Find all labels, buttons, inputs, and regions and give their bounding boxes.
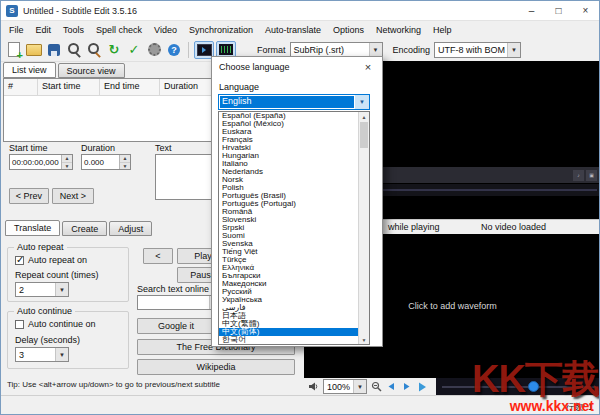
tab-list-view[interactable]: List view: [3, 62, 56, 78]
language-option[interactable]: Hungarian: [219, 152, 358, 160]
menu-item-edit[interactable]: Edit: [30, 21, 58, 38]
fullscreen-icon[interactable]: ▣: [586, 170, 597, 181]
encoding-combo[interactable]: UTF-8 with BOM ▼: [434, 42, 521, 58]
language-option[interactable]: Ελληνικά: [219, 264, 358, 272]
auto-continue-checkbox[interactable]: Auto continue on: [15, 319, 96, 329]
language-option[interactable]: 日本語: [219, 312, 358, 320]
encoding-label: Encoding: [393, 45, 431, 55]
menu-item-synchronization[interactable]: Synchronization: [183, 21, 259, 38]
wikipedia-button[interactable]: Wikipedia: [137, 359, 295, 375]
language-option[interactable]: Українська: [219, 296, 358, 304]
tab-translate[interactable]: Translate: [5, 220, 60, 236]
new-document-icon[interactable]: [5, 41, 23, 59]
language-option[interactable]: 한국어: [219, 336, 358, 344]
language-option[interactable]: Français: [219, 136, 358, 144]
language-option[interactable]: Македонски: [219, 280, 358, 288]
maximize-button[interactable]: □: [545, 1, 572, 20]
prev-button[interactable]: < Prev: [9, 188, 49, 204]
language-option[interactable]: فارسی: [219, 304, 358, 312]
language-option[interactable]: Suomi: [219, 232, 358, 240]
volume-icon[interactable]: [307, 380, 320, 393]
dialog-title-bar: Choose language ×: [212, 57, 382, 77]
step-forward-icon[interactable]: [400, 380, 413, 393]
language-list-scrollbar[interactable]: ▲ ▼: [358, 112, 369, 344]
menu-item-networking[interactable]: Networking: [370, 21, 427, 38]
language-option[interactable]: Türkçe: [219, 256, 358, 264]
status-strip: 行数: 1: [1, 395, 600, 415]
language-option[interactable]: 中文(简体): [219, 328, 358, 336]
language-option[interactable]: Italiano: [219, 160, 358, 168]
language-option[interactable]: Русский: [219, 288, 358, 296]
minimize-button[interactable]: –: [518, 1, 545, 20]
column-header-end-time[interactable]: End time: [100, 79, 160, 95]
subtitle-edit-window: S Untitled - Subtitle Edit 3.5.16 – □ × …: [0, 0, 600, 415]
language-option[interactable]: Hrvatski: [219, 144, 358, 152]
waveform-position-bar[interactable]: [436, 378, 600, 395]
column-header-start-time[interactable]: Start time: [38, 79, 100, 95]
tab-adjust[interactable]: Adjust: [109, 221, 152, 236]
start-time-spinner[interactable]: 00:00:00,000 ▲▼: [9, 154, 73, 170]
language-option[interactable]: Български: [219, 272, 358, 280]
help-icon[interactable]: [165, 41, 183, 59]
chevron-down-icon: ▼: [369, 43, 382, 57]
close-button[interactable]: ×: [572, 1, 599, 20]
step-back-icon[interactable]: [385, 380, 398, 393]
position-slider-thumb[interactable]: [528, 381, 539, 392]
language-option[interactable]: Norsk: [219, 176, 358, 184]
find-icon[interactable]: [65, 41, 83, 59]
spinner-arrows-icon[interactable]: ▲▼: [61, 155, 72, 169]
language-option[interactable]: Tiếng Việt: [219, 248, 358, 256]
open-folder-icon[interactable]: [25, 41, 43, 59]
save-icon[interactable]: [45, 41, 63, 59]
column-header-item[interactable]: #: [4, 79, 38, 95]
duration-spinner[interactable]: 0.000 ▲▼: [81, 154, 131, 170]
player-bar-right-icons: [370, 380, 428, 393]
language-option[interactable]: Srpski: [219, 224, 358, 232]
visual-sync-icon[interactable]: [105, 41, 123, 59]
google-it-button[interactable]: Google it: [137, 318, 215, 334]
menu-item-file[interactable]: File: [3, 21, 30, 38]
start-time-value: 00:00:00,000: [10, 158, 61, 167]
zoom-combo[interactable]: 100% ▼: [323, 379, 367, 394]
back-button[interactable]: <: [143, 248, 173, 264]
language-option[interactable]: Polish: [219, 184, 358, 192]
next-button[interactable]: Next >: [52, 188, 94, 204]
repeat-count-combo[interactable]: 2 ▼: [15, 282, 69, 297]
repeat-count-label: Repeat count (times): [15, 270, 99, 280]
language-option[interactable]: 中文(繁體): [219, 320, 358, 328]
tab-create[interactable]: Create: [62, 221, 107, 236]
language-option[interactable]: Svenska: [219, 240, 358, 248]
scrollbar-thumb[interactable]: [360, 122, 368, 148]
dialog-close-button[interactable]: ×: [354, 57, 382, 77]
checkbox-icon[interactable]: [15, 256, 24, 265]
menu-item-options[interactable]: Options: [327, 21, 370, 38]
replace-icon[interactable]: [85, 41, 103, 59]
menu-item-video[interactable]: Video: [148, 21, 183, 38]
language-option[interactable]: Euskara: [219, 128, 358, 136]
delay-combo[interactable]: 3 ▼: [15, 347, 69, 362]
scroll-up-icon[interactable]: ▲: [359, 112, 369, 121]
settings-icon[interactable]: [145, 41, 163, 59]
spinner-arrows-icon[interactable]: ▲▼: [119, 155, 130, 169]
language-combo[interactable]: English ▼: [218, 94, 370, 110]
language-option[interactable]: Português (Portugal): [219, 200, 358, 208]
language-option[interactable]: Slovenski: [219, 216, 358, 224]
language-option[interactable]: Español (México): [219, 120, 358, 128]
language-option[interactable]: Português (Brasil): [219, 192, 358, 200]
menu-item-help[interactable]: Help: [427, 21, 458, 38]
language-option[interactable]: Română: [219, 208, 358, 216]
tab-source-view[interactable]: Source view: [58, 63, 125, 78]
checkbox-icon[interactable]: [15, 320, 24, 329]
language-option[interactable]: Español (España): [219, 112, 358, 120]
auto-repeat-checkbox[interactable]: Auto repeat on: [15, 255, 87, 265]
menu-item-spell-check[interactable]: Spell check: [90, 21, 148, 38]
mute-icon[interactable]: ♪: [573, 170, 584, 181]
spell-check-icon[interactable]: [125, 41, 143, 59]
zoom-out-icon[interactable]: [370, 380, 383, 393]
menu-item-auto-translate[interactable]: Auto-translate: [259, 21, 327, 38]
menu-bar: FileEditToolsSpell checkVideoSynchroniza…: [1, 21, 599, 38]
play-icon[interactable]: [415, 380, 428, 393]
language-option[interactable]: Nederlands: [219, 168, 358, 176]
menu-item-tools[interactable]: Tools: [57, 21, 90, 38]
scroll-down-icon[interactable]: ▼: [359, 335, 369, 344]
